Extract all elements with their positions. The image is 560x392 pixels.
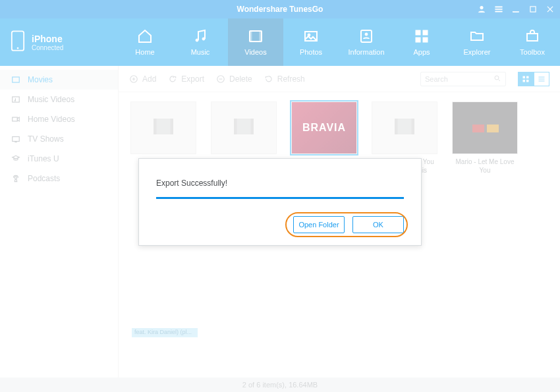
dialog-message: Export Successfully!	[156, 179, 404, 188]
ok-button[interactable]: OK	[352, 216, 404, 233]
dialog-actions: Open Folder OK	[156, 216, 404, 233]
modal-overlay: Export Successfully! Open Folder OK	[0, 0, 560, 392]
progress-bar	[156, 197, 404, 199]
open-folder-button[interactable]: Open Folder	[293, 216, 345, 233]
export-dialog: Export Successfully! Open Folder OK	[138, 158, 422, 246]
